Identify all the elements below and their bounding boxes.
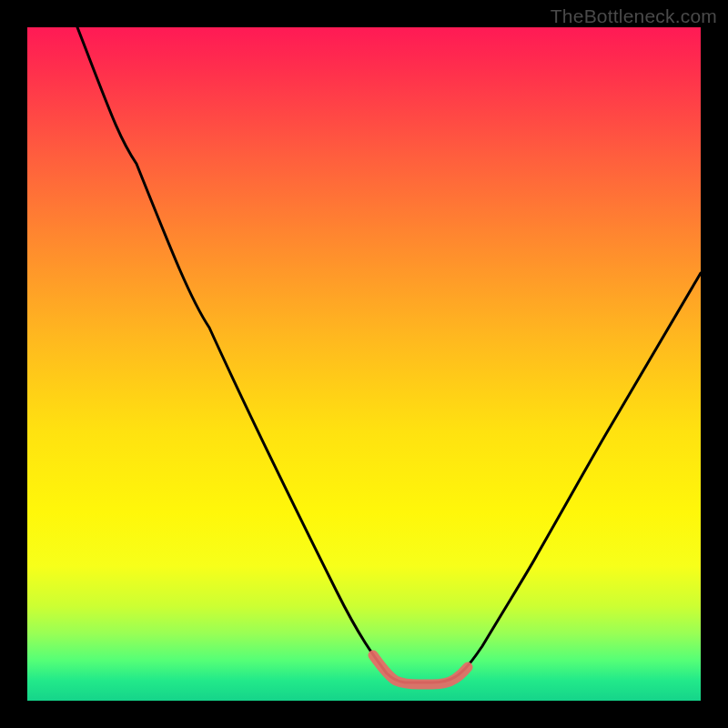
bottleneck-curve: [77, 27, 701, 682]
curve-layer: [27, 27, 701, 701]
plot-area: [27, 27, 701, 701]
chart-frame: TheBottleneck.com: [0, 0, 728, 728]
watermark-text: TheBottleneck.com: [551, 5, 717, 27]
valley-highlight: [373, 655, 468, 684]
